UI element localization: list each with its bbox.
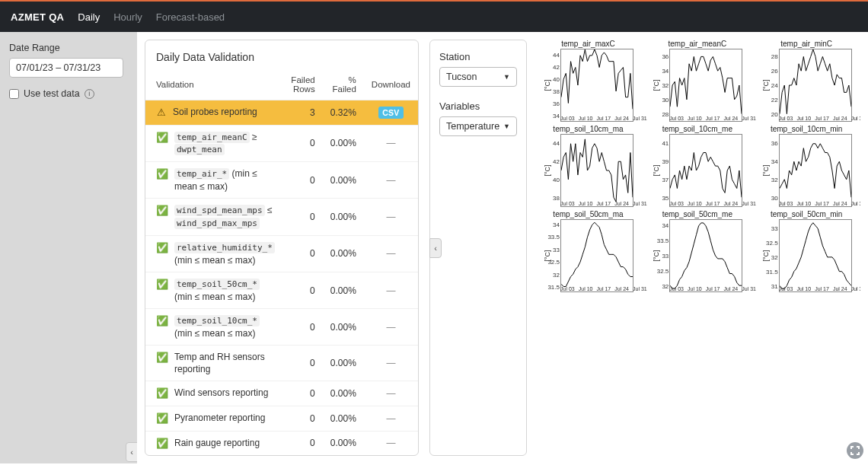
download-cell: —: [364, 199, 418, 236]
table-row[interactable]: ✅Rain gauge reporting00.00%—: [145, 431, 418, 456]
chart-title: temp_soil_50cm_ma: [541, 210, 636, 218]
pct-failed-cell: 0.00%: [323, 125, 364, 162]
download-cell[interactable]: CSV: [364, 100, 418, 126]
top-nav: AZMET QA Daily Hourly Forecast-based: [0, 2, 868, 32]
validation-label: temp_soil_10cm_* (min ≤ mean ≤ max): [174, 314, 276, 339]
chart-title: temp_soil_10cm_me: [649, 125, 745, 133]
station-select[interactable]: Tucson ▼: [439, 67, 517, 87]
use-test-data-label: Use test data: [24, 88, 80, 99]
table-row[interactable]: ✅Pyranometer reporting00.00%—: [145, 406, 418, 431]
check-icon: ✅: [156, 351, 168, 365]
brand: AZMET QA: [11, 11, 64, 23]
chart-yticks: 38404244: [546, 135, 560, 206]
failed-rows-cell: 3: [283, 100, 323, 126]
col-pct-failed: % Failed: [323, 71, 364, 100]
chart: temp_soil_10cm_min[°C]30323436Jul 03Jul …: [759, 125, 854, 207]
check-icon: ✅: [156, 167, 168, 181]
chart-yticks: 30323436: [764, 135, 778, 206]
chart-title: temp_soil_10cm_ma: [541, 125, 636, 133]
download-cell: —: [364, 406, 418, 431]
validation-panel: Daily Data Validation Validation Failed …: [145, 40, 419, 456]
validation-label: wind_spd_mean_mps ≤ wind_spd_max_mps: [174, 204, 276, 230]
chart-frame[interactable]: [°C]2022242628: [779, 49, 852, 122]
download-cell: —: [364, 346, 418, 381]
chart-frame[interactable]: [°C]38404244: [560, 134, 633, 207]
csv-download-button[interactable]: CSV: [378, 107, 404, 119]
failed-rows-cell: 0: [283, 162, 323, 199]
nav-hourly[interactable]: Hourly: [113, 11, 142, 23]
sidebar-collapse-handle[interactable]: ‹: [126, 442, 138, 462]
check-icon: ✅: [156, 131, 168, 145]
nav-daily[interactable]: Daily: [78, 11, 100, 23]
col-download: Download: [364, 71, 418, 100]
validation-table: Validation Failed Rows % Failed Download…: [145, 71, 418, 456]
chart: temp_air_maxC[°C]343638404244Jul 03Jul 1…: [541, 40, 636, 122]
download-cell: —: [364, 431, 418, 456]
chart-title: temp_soil_50cm_min: [759, 210, 854, 218]
pct-failed-cell: 0.00%: [323, 346, 364, 381]
station-label: Station: [439, 51, 517, 62]
chart-yticks: 343638404244: [546, 49, 560, 121]
table-row[interactable]: ✅wind_spd_mean_mps ≤ wind_spd_max_mps00.…: [145, 199, 418, 236]
table-row[interactable]: ✅temp_air_meanC ≥ dwpt_mean00.00%—: [145, 125, 418, 162]
warning-icon: ⚠: [156, 106, 167, 119]
failed-rows-cell: 0: [283, 431, 323, 456]
chart-frame[interactable]: [°C]343638404244: [560, 49, 633, 122]
table-row[interactable]: ✅temp_soil_10cm_* (min ≤ mean ≤ max)00.0…: [145, 309, 418, 346]
nav-forecast[interactable]: Forecast-based: [156, 11, 225, 23]
pct-failed-cell: 0.00%: [323, 162, 364, 199]
table-row[interactable]: ⚠Soil probes reporting30.32%CSV: [145, 100, 418, 126]
validation-label: temp_air_* (min ≤ mean ≤ max): [174, 167, 276, 193]
pct-failed-cell: 0.00%: [323, 406, 364, 431]
failed-rows-cell: 0: [283, 346, 323, 381]
pct-failed-cell: 0.00%: [323, 309, 364, 346]
table-row[interactable]: ✅relative_humidity_* (min ≤ mean ≤ max)0…: [145, 235, 418, 272]
chart-frame[interactable]: [°C]35373941: [669, 134, 742, 207]
sidebar: Date Range 07/01/23 – 07/31/23 Use test …: [0, 32, 137, 463]
check-icon: ✅: [156, 412, 168, 425]
download-cell: —: [364, 235, 418, 272]
pct-failed-cell: 0.00%: [323, 199, 364, 236]
table-row[interactable]: ✅temp_soil_50cm_* (min ≤ mean ≤ max)00.0…: [145, 272, 418, 308]
variables-select[interactable]: Temperature ▼: [439, 116, 517, 136]
chart: temp_soil_50cm_ma[°C]31.53232.53333.534J…: [541, 210, 636, 292]
pct-failed-cell: 0.00%: [323, 431, 364, 456]
selector-panel: Station Tucson ▼ Variables Temperature ▼…: [429, 40, 527, 456]
download-cell: —: [364, 162, 418, 199]
validation-label: temp_soil_50cm_* (min ≤ mean ≤ max): [174, 278, 276, 303]
mid-collapse-handle[interactable]: ‹: [429, 238, 442, 258]
check-icon: ✅: [156, 437, 168, 451]
chart-title: temp_soil_50cm_me: [649, 210, 745, 218]
check-icon: ✅: [156, 278, 168, 291]
table-row[interactable]: ✅Temp and RH sensors reporting00.00%—: [145, 346, 418, 381]
chart-xticks: Jul 03Jul 10Jul 17Jul 24Jul 31: [669, 286, 742, 291]
chart-xticks: Jul 03Jul 10Jul 17Jul 24Jul 31: [560, 286, 633, 291]
chart-xticks: Jul 03Jul 10Jul 17Jul 24Jul 31: [560, 201, 633, 206]
chart-frame[interactable]: [°C]3232.53333.534: [669, 219, 742, 292]
use-test-data-row[interactable]: Use test data i: [9, 88, 128, 99]
use-test-data-checkbox[interactable]: [9, 89, 19, 99]
info-icon[interactable]: i: [85, 89, 94, 99]
chart-frame[interactable]: [°C]2830323436: [669, 49, 742, 122]
table-row[interactable]: ✅temp_air_* (min ≤ mean ≤ max)00.00%—: [145, 162, 418, 199]
table-row[interactable]: ✅Wind sensors reporting00.00%—: [145, 381, 418, 406]
main-area: Daily Data Validation Validation Failed …: [137, 32, 868, 463]
chart: temp_soil_50cm_me[°C]3232.53333.534Jul 0…: [649, 210, 745, 292]
failed-rows-cell: 0: [283, 406, 323, 431]
chart-frame[interactable]: [°C]31.53232.53333.534: [560, 219, 633, 292]
charts-panel: temp_air_maxC[°C]343638404244Jul 03Jul 1…: [538, 40, 860, 456]
chart-frame[interactable]: [°C]3131.53232.533: [779, 219, 852, 292]
failed-rows-cell: 0: [283, 199, 323, 236]
chart-yticks: 35373941: [655, 135, 669, 206]
failed-rows-cell: 0: [283, 125, 323, 162]
chart-frame[interactable]: [°C]30323436: [779, 134, 852, 207]
chevron-down-icon: ▼: [503, 123, 510, 130]
check-icon: ✅: [156, 204, 168, 218]
chart-xticks: Jul 03Jul 10Jul 17Jul 24Jul 31: [669, 116, 742, 121]
pct-failed-cell: 0.00%: [323, 272, 364, 308]
chart: temp_soil_50cm_min[°C]3131.53232.533Jul …: [759, 210, 854, 292]
download-cell: —: [364, 309, 418, 346]
expand-button[interactable]: [847, 442, 863, 459]
chart-title: temp_air_meanC: [649, 40, 745, 48]
date-range-input[interactable]: 07/01/23 – 07/31/23: [9, 58, 123, 78]
